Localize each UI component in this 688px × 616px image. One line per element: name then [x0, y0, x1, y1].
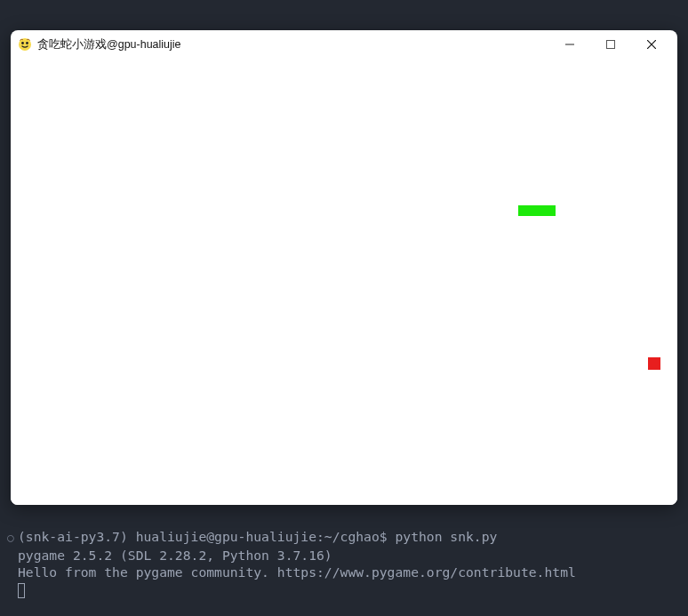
terminal-text: (snk-ai-py3.7) hualiujie@gpu-hualiujie:~… [18, 528, 497, 546]
snake-segment [531, 205, 543, 216]
titlebar[interactable]: 贪吃蛇小游戏@gpu-hualiujie [11, 30, 677, 59]
terminal-cursor-line [7, 581, 681, 596]
game-canvas[interactable] [11, 59, 677, 505]
app-icon [18, 37, 32, 52]
maximize-button[interactable] [590, 30, 631, 59]
terminal-text: pygame 2.5.2 (SDL 2.28.2, Python 3.7.16) [18, 547, 332, 564]
terminal[interactable]: ○ (snk-ai-py3.7) hualiujie@gpu-hualiujie… [0, 519, 688, 616]
window-title: 贪吃蛇小游戏@gpu-hualiujie [37, 37, 181, 52]
close-button[interactable] [631, 30, 672, 59]
terminal-line: pygame 2.5.2 (SDL 2.28.2, Python 3.7.16) [7, 547, 681, 564]
svg-point-2 [26, 42, 28, 44]
food [648, 357, 660, 370]
cursor-icon [18, 583, 25, 598]
svg-point-1 [21, 42, 24, 44]
prompt-marker-icon: ○ [7, 529, 18, 547]
window-controls [549, 30, 672, 59]
snake-segment [543, 205, 556, 216]
terminal-line: ○ (snk-ai-py3.7) hualiujie@gpu-hualiujie… [7, 528, 681, 547]
game-window: 贪吃蛇小游戏@gpu-hualiujie [11, 30, 677, 505]
minimize-button[interactable] [549, 30, 590, 59]
terminal-text: Hello from the pygame community. https:/… [18, 564, 576, 581]
snake-segment [518, 205, 531, 216]
svg-rect-3 [607, 41, 615, 49]
terminal-line: Hello from the pygame community. https:/… [7, 564, 681, 581]
